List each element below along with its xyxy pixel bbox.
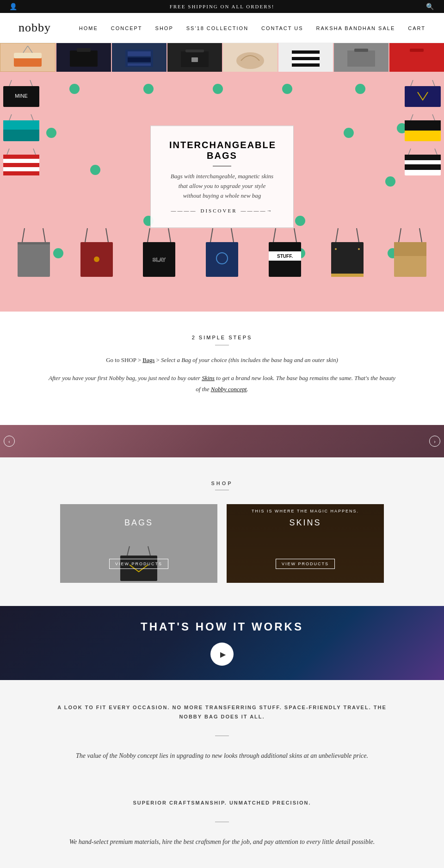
svg-line-75 xyxy=(399,228,401,242)
bags-label: BAGS xyxy=(60,518,217,528)
svg-rect-62 xyxy=(206,242,238,277)
svg-point-55 xyxy=(94,256,99,262)
svg-rect-40 xyxy=(405,120,441,131)
nav-collection[interactable]: SS'18 COLLECTION xyxy=(186,25,248,31)
bottom-bag-6 xyxy=(327,226,368,279)
bottom-bag-5: STUFF. xyxy=(264,226,306,279)
svg-rect-27 xyxy=(3,120,39,130)
svg-line-24 xyxy=(9,80,12,86)
info-divider-2 xyxy=(215,822,229,822)
nav-shop[interactable]: SHOP xyxy=(155,25,173,31)
hero-section: MINE xyxy=(0,43,444,312)
svg-line-76 xyxy=(419,228,422,242)
svg-text:STUFF.: STUFF. xyxy=(277,254,293,259)
nav-cart[interactable]: CART xyxy=(408,25,426,31)
svg-line-79 xyxy=(127,546,130,556)
svg-rect-21 xyxy=(410,49,424,52)
bags-link[interactable]: Bags xyxy=(142,356,154,363)
tagline-1: A LOOK TO FIT EVERY OCCASION. NO MORE TR… xyxy=(46,703,398,722)
hero-pink-area: MINE xyxy=(0,75,444,279)
svg-rect-4 xyxy=(70,50,98,67)
svg-rect-78 xyxy=(394,242,426,256)
step2-text: After you have your first Nobby bag, you… xyxy=(46,373,398,394)
dot-10 xyxy=(295,216,305,226)
svg-line-38 xyxy=(432,80,435,86)
announcement-text: FREE SHIPPING ON ALL ORDERS! xyxy=(170,4,275,9)
tagline-2: SUPERIOR CRAFTSMANSHIP. UNMATCHED PRECIS… xyxy=(46,799,398,808)
dot-7 xyxy=(90,165,100,175)
dot-4 xyxy=(282,84,292,94)
shop-section: SHOP BAGS VIEW PRODUCTS THIS IS WHERE TH… xyxy=(0,457,444,606)
svg-rect-50 xyxy=(18,242,50,277)
skins-magic-text: THIS IS WHERE THE MAGIC HAPPENS. xyxy=(227,509,384,513)
svg-line-47 xyxy=(435,149,437,155)
svg-line-69 xyxy=(336,228,338,242)
skins-card[interactable]: THIS IS WHERE THE MAGIC HAPPENS. SKINS V… xyxy=(227,504,384,583)
bottom-bag-4 xyxy=(201,226,243,279)
svg-line-42 xyxy=(432,114,435,120)
svg-line-80 xyxy=(148,546,150,556)
svg-rect-72 xyxy=(331,274,364,277)
svg-rect-11 xyxy=(185,50,204,52)
svg-line-65 xyxy=(294,228,296,242)
step1-text: Go to SHOP > Bags > Select a Bag of your… xyxy=(46,355,398,365)
svg-rect-20 xyxy=(403,50,431,67)
svg-line-34 xyxy=(7,149,9,155)
prev-arrow[interactable]: ‹ xyxy=(4,436,15,447)
steps-divider xyxy=(215,345,229,345)
bag-thumb-4 xyxy=(167,43,222,72)
svg-rect-51 xyxy=(18,242,50,244)
video-section: THAT'S HOW IT WORKS xyxy=(0,606,444,680)
svg-rect-44 xyxy=(405,155,441,160)
dot-8 xyxy=(385,176,395,187)
svg-rect-9 xyxy=(128,63,151,66)
steps-heading: 2 SIMPLE STEPS xyxy=(46,335,398,340)
nav-concept[interactable]: CONCEPT xyxy=(111,25,142,31)
bags-card[interactable]: BAGS VIEW PRODUCTS xyxy=(60,504,217,583)
svg-line-61 xyxy=(231,228,234,242)
header: nobby HOME CONCEPT SHOP SS'18 COLLECTION… xyxy=(0,13,444,43)
bags-view-products-btn[interactable]: VIEW PRODUCTS xyxy=(109,559,168,569)
bottom-bag-1 xyxy=(13,226,55,279)
discover-link[interactable]: DISCOVER xyxy=(169,208,275,214)
svg-rect-33 xyxy=(3,171,39,175)
svg-rect-16 xyxy=(292,57,320,60)
info-divider-1 xyxy=(215,736,229,736)
nobby-concept-link[interactable]: Nobby concept xyxy=(211,386,247,393)
svg-line-52 xyxy=(85,228,87,242)
dot-5 xyxy=(355,84,365,94)
dot-3 xyxy=(213,84,223,94)
svg-rect-12 xyxy=(191,57,198,62)
skins-view-products-btn[interactable]: VIEW PRODUCTS xyxy=(276,559,335,569)
svg-rect-17 xyxy=(292,63,320,67)
logo[interactable]: nobby xyxy=(18,21,51,35)
play-button[interactable] xyxy=(210,643,234,666)
svg-line-64 xyxy=(273,228,276,242)
svg-point-13 xyxy=(236,52,264,69)
svg-text:SLAY: SLAY xyxy=(153,257,166,262)
svg-line-53 xyxy=(106,228,108,242)
top-bag-strip xyxy=(0,43,444,75)
bottom-bag-row: SLAY STUFF. xyxy=(0,226,444,279)
svg-point-74 xyxy=(358,248,360,250)
shop-grid: BAGS VIEW PRODUCTS THIS IS WHERE THE MAG… xyxy=(60,504,384,583)
user-icon: 👤 xyxy=(9,3,18,11)
next-arrow[interactable]: › xyxy=(429,436,440,447)
dot-11 xyxy=(344,128,354,138)
skins-label: SKINS xyxy=(227,518,384,528)
nav-home[interactable]: HOME xyxy=(79,25,98,31)
info-section-1: A LOOK TO FIT EVERY OCCASION. NO MORE TR… xyxy=(0,680,444,785)
shop-heading: SHOP xyxy=(18,481,426,486)
nav-sale[interactable]: RAKSHA BANDHAN SALE xyxy=(316,25,395,31)
svg-line-57 xyxy=(168,228,171,242)
nav-contact[interactable]: CONTACT US xyxy=(261,25,303,31)
search-icon[interactable]: 🔍 xyxy=(426,3,435,11)
bottom-bag-7 xyxy=(389,226,431,279)
hero-description: Bags with interchangeable, magnetic skin… xyxy=(169,172,275,200)
hero-box: INTERCHANGEABLE BAGS Bags with interchan… xyxy=(150,125,294,228)
skins-link[interactable]: Skins xyxy=(202,375,214,381)
dot-2 xyxy=(143,84,154,94)
shop-divider xyxy=(215,490,229,490)
main-nav: HOME CONCEPT SHOP SS'18 COLLECTION CONTA… xyxy=(79,24,426,32)
dot-1 xyxy=(69,84,80,94)
